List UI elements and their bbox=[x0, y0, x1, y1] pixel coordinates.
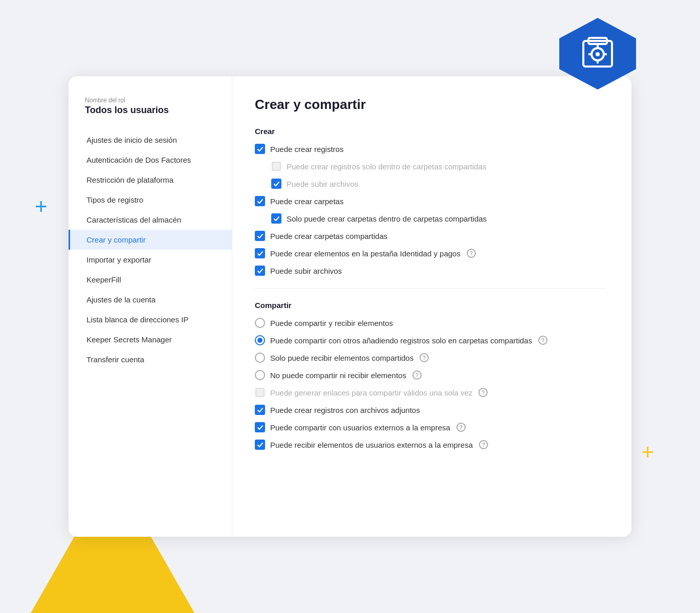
main-content: Crear y compartir Crear Puede crear regi… bbox=[232, 76, 631, 537]
sidebar-item-keeper-secrets[interactable]: Keeper Secrets Manager bbox=[69, 330, 232, 349]
option-label-subir-archivos: Puede subir archivos bbox=[270, 267, 342, 275]
sidebar-item-autenticacion[interactable]: Autenticación de Dos Factores bbox=[69, 150, 232, 170]
page-title: Crear y compartir bbox=[255, 97, 606, 113]
sidebar-item-crear-compartir[interactable]: Crear y compartir bbox=[69, 230, 232, 250]
sidebar-item-lista-blanca[interactable]: Lista blanca de direcciones IP bbox=[69, 310, 232, 330]
sidebar-item-caracteristicas[interactable]: Características del almacén bbox=[69, 210, 232, 230]
option-label-no-compartir: No puede compartir ni recibir elementos bbox=[270, 371, 406, 380]
main-card: Nombre del rol Todos los usuarios Ajuste… bbox=[69, 76, 631, 537]
role-label: Nombre del rol bbox=[69, 97, 232, 104]
radio-solo-recibir[interactable] bbox=[255, 353, 265, 363]
option-label-compartir-añadir: Puede compartir con otros añadiendo regi… bbox=[270, 336, 532, 345]
option-row-compartir-recibir: Puede compartir y recibir elementos bbox=[255, 318, 606, 328]
sidebar-item-ajustes-inicio[interactable]: Ajustes de inicio de sesión bbox=[69, 130, 232, 150]
checkbox-crear-carpetas[interactable] bbox=[255, 196, 265, 206]
option-label-crear-registros: Puede crear registros bbox=[270, 145, 343, 154]
checkbox-crear-registros-carpetas[interactable] bbox=[271, 161, 281, 171]
option-label-elementos-identidad: Puede crear elementos en la pestaña Iden… bbox=[270, 249, 461, 258]
sidebar-item-ajustes-cuenta[interactable]: Ajustes de la cuenta bbox=[69, 290, 232, 310]
option-row-crear-carpetas: Puede crear carpetas bbox=[255, 196, 606, 206]
checkbox-subir-archivos[interactable] bbox=[255, 266, 265, 276]
sidebar-item-transferir-cuenta[interactable]: Transferir cuenta bbox=[69, 349, 232, 369]
sidebar-item-tipos-registro[interactable]: Tipos de registro bbox=[69, 190, 232, 210]
checkbox-crear-carpetas-compartidas[interactable] bbox=[255, 231, 265, 241]
option-label-compartir-recibir: Puede compartir y recibir elementos bbox=[270, 319, 393, 327]
svg-point-4 bbox=[596, 52, 600, 56]
radio-no-compartir[interactable] bbox=[255, 370, 265, 380]
checkbox-elementos-identidad[interactable] bbox=[255, 248, 265, 258]
deco-plus-right: + bbox=[641, 440, 654, 465]
option-row-registros-adjuntos: Puede crear registros con archivos adjun… bbox=[255, 405, 606, 415]
option-label-crear-carpetas: Puede crear carpetas bbox=[270, 197, 343, 206]
deco-plus-left: + bbox=[35, 194, 48, 219]
sidebar: Nombre del rol Todos los usuarios Ajuste… bbox=[69, 76, 232, 537]
option-row-crear-registros: Puede crear registros bbox=[255, 144, 606, 154]
help-icon-solo-recibir[interactable]: ? bbox=[420, 353, 429, 362]
compartir-options: Puede compartir y recibir elementosPuede… bbox=[255, 318, 606, 450]
option-label-solo-recibir: Solo puede recibir elementos compartidos bbox=[270, 354, 413, 362]
option-row-solo-recibir: Solo puede recibir elementos compartidos… bbox=[255, 353, 606, 363]
option-label-registros-adjuntos: Puede crear registros con archivos adjun… bbox=[270, 406, 420, 414]
option-label-carpetas-compartidas: Solo puede crear carpetas dentro de carp… bbox=[287, 214, 487, 223]
help-icon-elementos-identidad[interactable]: ? bbox=[467, 249, 476, 258]
option-row-subir-archivos-sub: Puede subir archivos bbox=[271, 179, 606, 189]
option-row-carpetas-compartidas: Solo puede crear carpetas dentro de carp… bbox=[271, 213, 606, 224]
checkbox-registros-adjuntos[interactable] bbox=[255, 405, 265, 415]
radio-compartir-añadir[interactable] bbox=[255, 335, 265, 345]
option-row-no-compartir: No puede compartir ni recibir elementos? bbox=[255, 370, 606, 380]
help-icon-compartir-añadir[interactable]: ? bbox=[538, 336, 548, 345]
section-crear-title: Crear bbox=[255, 127, 606, 136]
option-row-crear-carpetas-compartidas: Puede crear carpetas compartidas bbox=[255, 231, 606, 241]
option-row-crear-registros-carpetas: Puede crear registros solo dentro de car… bbox=[271, 161, 606, 171]
sidebar-item-restriccion[interactable]: Restricción de plataforma bbox=[69, 170, 232, 190]
checkbox-usuarios-externos[interactable] bbox=[255, 422, 265, 432]
option-label-recibir-externos: Puede recibir elementos de usuarios exte… bbox=[270, 441, 473, 449]
checkbox-carpetas-compartidas[interactable] bbox=[271, 213, 281, 224]
help-icon-generar-enlaces[interactable]: ? bbox=[478, 388, 488, 397]
option-row-usuarios-externos: Puede compartir con usuarios externos a … bbox=[255, 422, 606, 432]
option-label-subir-archivos-sub: Puede subir archivos bbox=[287, 180, 358, 188]
option-row-recibir-externos: Puede recibir elementos de usuarios exte… bbox=[255, 440, 606, 450]
deco-hexagon bbox=[557, 15, 639, 87]
option-label-crear-carpetas-compartidas: Puede crear carpetas compartidas bbox=[270, 232, 387, 240]
option-row-generar-enlaces: Puede generar enlaces para compartir vál… bbox=[255, 387, 606, 398]
crear-options: Puede crear registrosPuede crear registr… bbox=[255, 144, 606, 276]
option-label-generar-enlaces: Puede generar enlaces para compartir vál… bbox=[270, 388, 472, 397]
section-divider bbox=[255, 288, 606, 289]
sidebar-item-keeperfill[interactable]: KeeperFill bbox=[69, 270, 232, 290]
option-label-usuarios-externos: Puede compartir con usuarios externos a … bbox=[270, 423, 450, 432]
help-icon-usuarios-externos[interactable]: ? bbox=[456, 423, 466, 432]
help-icon-no-compartir[interactable]: ? bbox=[412, 370, 422, 380]
radio-compartir-recibir[interactable] bbox=[255, 318, 265, 328]
sidebar-nav: Ajustes de inicio de sesiónAutenticación… bbox=[69, 130, 232, 369]
checkbox-generar-enlaces[interactable] bbox=[255, 387, 265, 398]
option-label-crear-registros-carpetas: Puede crear registros solo dentro de car… bbox=[287, 162, 486, 171]
checkbox-subir-archivos-sub[interactable] bbox=[271, 179, 281, 189]
option-row-compartir-añadir: Puede compartir con otros añadiendo regi… bbox=[255, 335, 606, 345]
checkbox-crear-registros[interactable] bbox=[255, 144, 265, 154]
checkbox-recibir-externos[interactable] bbox=[255, 440, 265, 450]
sidebar-item-importar-exportar[interactable]: Importar y exportar bbox=[69, 250, 232, 270]
section-compartir-title: Compartir bbox=[255, 301, 606, 310]
option-row-elementos-identidad: Puede crear elementos en la pestaña Iden… bbox=[255, 248, 606, 258]
role-name: Todos los usuarios bbox=[69, 105, 232, 116]
option-row-subir-archivos: Puede subir archivos bbox=[255, 266, 606, 276]
help-icon-recibir-externos[interactable]: ? bbox=[479, 440, 488, 449]
